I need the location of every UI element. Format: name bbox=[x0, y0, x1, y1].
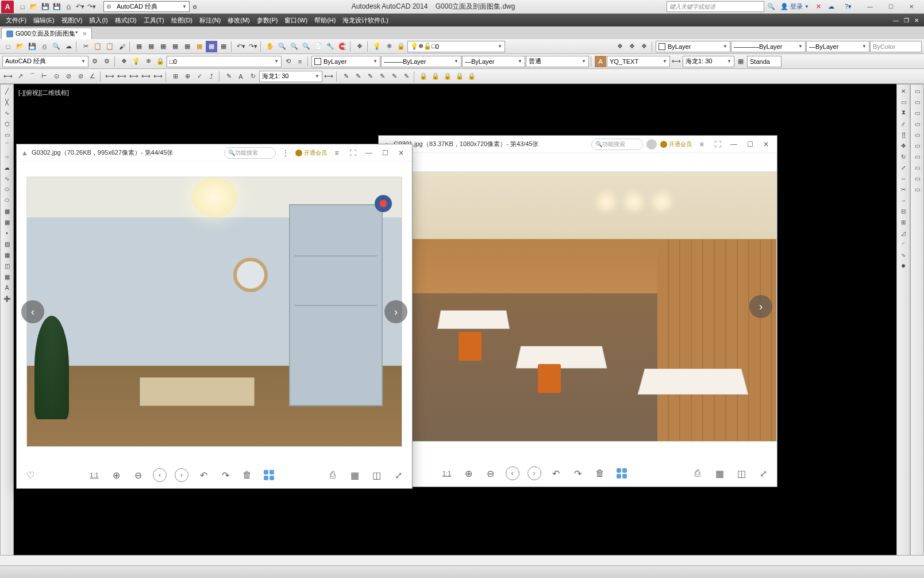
workspace-switch-icon[interactable]: ⭘ bbox=[190, 2, 200, 12]
viewer1-image[interactable] bbox=[26, 177, 402, 447]
dim-break-icon[interactable]: ⟷ bbox=[152, 71, 164, 82]
block3-icon[interactable]: ▦ bbox=[157, 41, 169, 52]
save-icon[interactable]: 💾 bbox=[40, 2, 51, 12]
menu-tools[interactable]: 工具(T) bbox=[140, 14, 168, 26]
viewer1-search[interactable]: 🔍 功能搜索 bbox=[224, 147, 276, 159]
app-icon[interactable]: A bbox=[1, 1, 14, 13]
menu-draw[interactable]: 绘图(D) bbox=[168, 14, 196, 26]
menu-dim[interactable]: 标注(N) bbox=[196, 14, 224, 26]
offset-icon[interactable]: ⫽ bbox=[898, 118, 908, 129]
next-image-button[interactable]: › bbox=[384, 300, 407, 323]
inspect-icon[interactable]: ✓ bbox=[194, 71, 205, 82]
dimupdate-icon[interactable]: ↻ bbox=[247, 71, 259, 82]
menu-window[interactable]: 窗口(W) bbox=[281, 14, 311, 26]
crop-icon[interactable]: ◫ bbox=[734, 466, 748, 480]
plot-icon[interactable]: ⎙ bbox=[38, 41, 50, 52]
freeze-icon[interactable]: ❄ bbox=[383, 41, 395, 52]
menu-param[interactable]: 参数(P) bbox=[253, 14, 282, 26]
open-icon[interactable]: 📂 bbox=[29, 2, 39, 12]
menu-plugin[interactable]: 海龙设计软件(L) bbox=[339, 14, 391, 26]
maximize-icon[interactable]: ☐ bbox=[744, 140, 756, 148]
layer-iso-icon[interactable]: ❖ bbox=[614, 41, 626, 52]
insert-icon[interactable]: ▦ bbox=[2, 206, 12, 216]
menu-modify[interactable]: 修改(M) bbox=[224, 14, 253, 26]
copy-icon[interactable]: 📋 bbox=[92, 41, 103, 52]
next-button[interactable]: › bbox=[175, 468, 188, 482]
close-button[interactable]: ✕ bbox=[901, 2, 922, 12]
viewer2-search[interactable]: 🔍 功能搜索 bbox=[591, 139, 643, 150]
new-icon[interactable]: □ bbox=[17, 2, 28, 12]
scale-icon[interactable]: ⤢ bbox=[898, 162, 908, 173]
avatar-icon[interactable] bbox=[646, 139, 657, 150]
edit-icon[interactable]: ▦ bbox=[713, 466, 726, 480]
dimedit-icon[interactable]: ✎ bbox=[223, 71, 234, 82]
text-style-combo[interactable]: YQ_TEXT ▼ bbox=[607, 56, 670, 67]
join-icon[interactable]: ⊞ bbox=[898, 217, 908, 227]
save-icon[interactable]: 💾 bbox=[26, 41, 38, 52]
workspace-combo2[interactable]: AutoCAD 经典 ▼ bbox=[2, 56, 88, 67]
bulb-icon[interactable]: 💡 bbox=[371, 41, 383, 52]
maximize-button[interactable]: ☐ bbox=[880, 2, 901, 12]
print-icon[interactable]: ⎙ bbox=[691, 466, 704, 480]
multileader-combo[interactable]: Standa bbox=[747, 56, 781, 67]
fullscreen-icon[interactable]: ⛶ bbox=[346, 149, 359, 157]
minimize-button[interactable]: — bbox=[860, 2, 880, 12]
lineweight-combo[interactable]: — ByLayer ▼ bbox=[806, 41, 869, 52]
zoom-icon[interactable]: 🔍 bbox=[276, 41, 288, 52]
block-icon[interactable]: ▦ bbox=[2, 217, 12, 227]
mod3-icon[interactable]: ✎ bbox=[364, 71, 376, 82]
dim-linear-icon[interactable]: ⟷ bbox=[2, 71, 14, 82]
publish-icon[interactable]: ☁ bbox=[63, 41, 74, 52]
layer-combo2[interactable]: □ 0 ▼ bbox=[167, 56, 282, 67]
gradient-icon[interactable]: ▦ bbox=[2, 250, 12, 260]
saveas-icon[interactable]: 💾 bbox=[52, 2, 62, 12]
actual-size-button[interactable]: 1:1 bbox=[87, 468, 101, 482]
ex1-icon[interactable]: ▭ bbox=[912, 86, 922, 96]
login-button[interactable]: 👤 登录 ▼ bbox=[780, 2, 809, 11]
print-icon[interactable]: ⎙ bbox=[63, 2, 74, 12]
chamfer-icon[interactable]: ◿ bbox=[898, 228, 908, 238]
block6-icon[interactable]: ▦ bbox=[194, 41, 205, 52]
dim-style-icon[interactable]: ⟷ bbox=[671, 56, 682, 67]
magnet-icon[interactable]: 🧲 bbox=[337, 41, 348, 52]
layer-combo[interactable]: 💡❄🔓□ 0 ▼ bbox=[407, 41, 505, 52]
point-icon[interactable]: • bbox=[2, 228, 12, 238]
block2-icon[interactable]: ▦ bbox=[145, 41, 157, 52]
pline-icon[interactable]: ∿ bbox=[2, 108, 12, 118]
mod2-icon[interactable]: ✎ bbox=[352, 71, 364, 82]
undo-icon[interactable]: ↶▾ bbox=[75, 2, 85, 12]
command-line[interactable] bbox=[0, 555, 924, 565]
minimize-icon[interactable]: — bbox=[727, 140, 740, 148]
line-icon[interactable]: ╱ bbox=[2, 86, 12, 96]
menu-help[interactable]: 帮助(H) bbox=[311, 14, 339, 26]
sheet-icon[interactable]: 📄 bbox=[313, 41, 324, 52]
cloud-icon[interactable]: ☁ bbox=[825, 2, 837, 12]
rotate-icon[interactable]: ↻ bbox=[898, 151, 908, 162]
dim-continue-icon[interactable]: ⟷ bbox=[128, 71, 140, 82]
extend-icon[interactable]: → bbox=[898, 195, 908, 205]
zoom-out-icon[interactable]: ⊖ bbox=[484, 466, 498, 480]
delete-icon[interactable]: 🗑 bbox=[593, 466, 607, 480]
tab-close-icon[interactable]: ✕ bbox=[82, 30, 87, 37]
redo-icon[interactable]: ↷▾ bbox=[247, 41, 259, 52]
zoomwin-icon[interactable]: 🔍 bbox=[288, 41, 300, 52]
block-icon[interactable]: ▦ bbox=[133, 41, 145, 52]
mod-icon[interactable]: ✎ bbox=[340, 71, 352, 82]
cut-icon[interactable]: ✂ bbox=[80, 41, 91, 52]
freeze-icon[interactable]: ❄ bbox=[143, 56, 154, 67]
jog-icon[interactable]: ⤴ bbox=[206, 71, 217, 82]
maximize-icon[interactable]: ☐ bbox=[379, 149, 391, 157]
circle-icon[interactable]: ○ bbox=[2, 151, 12, 162]
array-icon[interactable]: ⣿ bbox=[898, 129, 908, 140]
new-icon[interactable]: □ bbox=[2, 41, 14, 52]
prev-button[interactable]: ‹ bbox=[153, 468, 167, 482]
tool-icon[interactable]: 🔧 bbox=[325, 41, 336, 52]
dim-diameter-icon[interactable]: ⊘ bbox=[75, 71, 86, 82]
more-icon[interactable]: ⋮ bbox=[279, 148, 292, 158]
prev-button[interactable]: ‹ bbox=[506, 466, 519, 480]
table-style-icon[interactable]: ▦ bbox=[735, 56, 746, 67]
crop-icon[interactable]: ◫ bbox=[369, 468, 383, 482]
arc-icon[interactable]: ⌒ bbox=[2, 140, 12, 151]
undo-icon[interactable]: ↶▾ bbox=[235, 41, 247, 52]
zoom-out-icon[interactable]: ⊖ bbox=[131, 468, 145, 482]
